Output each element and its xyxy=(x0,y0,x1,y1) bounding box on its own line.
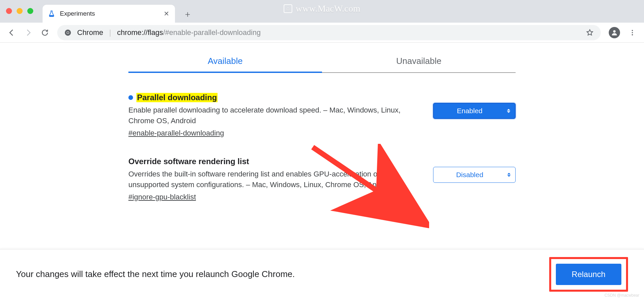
svg-point-3 xyxy=(613,30,615,32)
watermark-text: www.MacW.com xyxy=(296,3,361,14)
url-path: /#enable-parallel-downloading xyxy=(163,28,261,37)
flag-select-value: Disabled xyxy=(456,171,483,179)
flags-list: Parallel downloading Enable parallel dow… xyxy=(128,93,516,201)
flag-description: Overrides the built-in software renderin… xyxy=(128,169,423,190)
svg-point-4 xyxy=(632,30,633,31)
flask-icon xyxy=(48,10,55,17)
maximize-window-button[interactable] xyxy=(27,8,33,14)
svg-point-6 xyxy=(632,34,633,35)
back-button[interactable] xyxy=(5,26,19,40)
tab-available[interactable]: Available xyxy=(128,52,322,72)
kebab-menu-button[interactable] xyxy=(625,26,639,40)
relaunch-bar: Your changes will take effect the next t… xyxy=(0,249,644,299)
flag-row: Parallel downloading Enable parallel dow… xyxy=(128,93,516,138)
browser-tab[interactable]: Experiments ✕ xyxy=(43,5,175,23)
flag-select[interactable]: Enabled xyxy=(433,103,516,119)
forward-button[interactable] xyxy=(21,26,35,40)
tab-title: Experiments xyxy=(60,10,158,17)
new-tab-button[interactable]: ＋ xyxy=(181,7,194,21)
chrome-icon xyxy=(64,29,72,37)
close-window-button[interactable] xyxy=(6,8,12,14)
flag-title: Parallel downloading xyxy=(136,93,218,102)
address-text: Chrome | chrome://flags /#enable-paralle… xyxy=(77,28,261,37)
profile-button[interactable] xyxy=(609,27,620,38)
url-scheme-label: Chrome xyxy=(77,28,103,37)
flag-row: Override software rendering list Overrid… xyxy=(128,157,516,201)
tab-strip: Experiments ✕ ＋ ⌂ www.MacW.com xyxy=(0,0,644,23)
flag-hash-link[interactable]: #ignore-gpu-blacklist xyxy=(128,193,196,201)
watermark-icon: ⌂ xyxy=(284,4,292,13)
page-content: Available Unavailable Parallel downloadi… xyxy=(0,43,644,201)
flag-select[interactable]: Disabled xyxy=(433,167,516,183)
window-controls xyxy=(6,8,33,14)
modified-dot-icon xyxy=(128,95,133,100)
address-bar[interactable]: Chrome | chrome://flags /#enable-paralle… xyxy=(57,25,601,40)
caret-icon xyxy=(507,109,510,113)
flag-hash-link[interactable]: #enable-parallel-downloading xyxy=(128,129,224,138)
close-tab-button[interactable]: ✕ xyxy=(163,10,170,17)
relaunch-message: Your changes will take effect the next t… xyxy=(16,269,295,279)
svg-point-2 xyxy=(67,32,69,34)
watermark: ⌂ www.MacW.com xyxy=(284,3,361,14)
flag-description: Enable parallel downloading to accelerat… xyxy=(128,105,423,126)
flag-title: Override software rendering list xyxy=(128,157,249,166)
image-credit: CSDN @macwbear xyxy=(604,293,639,298)
caret-icon xyxy=(507,173,511,177)
relaunch-button[interactable]: Relaunch xyxy=(556,264,621,285)
url-host: chrome://flags xyxy=(117,28,163,37)
reload-button[interactable] xyxy=(38,26,52,40)
svg-point-5 xyxy=(632,32,633,33)
content-tabs: Available Unavailable xyxy=(128,52,516,73)
flag-select-value: Enabled xyxy=(457,107,482,115)
toolbar: Chrome | chrome://flags /#enable-paralle… xyxy=(0,23,644,43)
minimize-window-button[interactable] xyxy=(17,8,23,14)
annotation-highlight-box: Relaunch xyxy=(549,257,628,292)
tab-unavailable[interactable]: Unavailable xyxy=(322,52,516,72)
bookmark-star-icon[interactable] xyxy=(585,28,594,37)
